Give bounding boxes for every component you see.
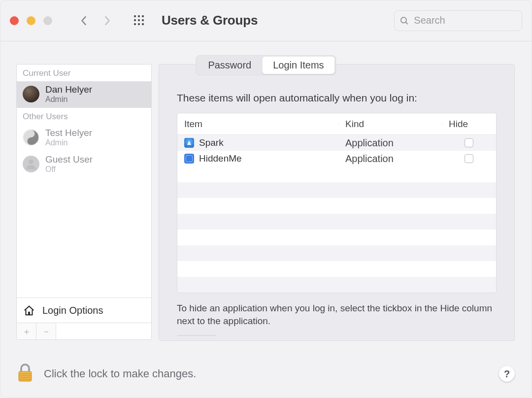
- svg-rect-6: [28, 312, 30, 315]
- login-items-panel: These items will open automatically when…: [159, 64, 515, 341]
- remove-user-button[interactable]: －: [36, 323, 56, 339]
- login-options-button[interactable]: Login Options: [17, 298, 151, 323]
- person-icon: [25, 158, 37, 170]
- current-user-section-label: Current User: [17, 65, 151, 81]
- lock-button[interactable]: [16, 363, 34, 385]
- search-icon: [399, 15, 409, 26]
- svg-line-1: [406, 22, 408, 24]
- login-items-table: Item Kind Hide Spark Application Hidde: [177, 113, 497, 293]
- tab-login-items[interactable]: Login Items: [262, 57, 334, 74]
- sidebar-add-remove: ＋ －: [17, 323, 151, 339]
- app-icon: [184, 138, 194, 148]
- column-hide[interactable]: Hide: [442, 119, 496, 130]
- user-name: Test Helyer: [45, 128, 92, 138]
- show-all-button[interactable]: [134, 15, 145, 26]
- search-field[interactable]: [394, 10, 522, 31]
- nav-arrows: [79, 16, 112, 26]
- table-row[interactable]: Spark Application: [177, 135, 496, 151]
- sidebar-item-guest-user[interactable]: Guest User Off: [17, 151, 151, 178]
- search-input[interactable]: [414, 15, 517, 26]
- window-controls: [10, 16, 52, 25]
- panel-intro: These items will open automatically when…: [177, 92, 497, 104]
- app-kind: Application: [338, 137, 442, 149]
- sidebar-item-other-user[interactable]: Test Helyer Admin: [17, 125, 151, 151]
- svg-point-5: [29, 159, 33, 164]
- empty-rows: [177, 166, 496, 293]
- hide-checkbox[interactable]: [465, 138, 473, 147]
- user-role: Off: [45, 165, 93, 174]
- lock-icon: [16, 363, 34, 383]
- add-user-button[interactable]: ＋: [17, 323, 36, 339]
- page-title: Users & Groups: [162, 13, 258, 28]
- user-name: Guest User: [45, 154, 93, 165]
- app-kind: Application: [338, 153, 442, 165]
- help-button[interactable]: ?: [499, 366, 515, 382]
- content: Password Login Items Current User Dan He…: [0, 41, 532, 398]
- column-kind[interactable]: Kind: [338, 119, 442, 130]
- chevron-right-icon: [104, 15, 111, 26]
- login-items-add-remove: + −: [177, 335, 216, 336]
- preferences-window: Users & Groups Password Login Items Curr…: [0, 0, 532, 398]
- user-name: Dan Helyer: [45, 84, 92, 95]
- chevron-left-icon: [80, 15, 87, 26]
- users-sidebar: Current User Dan Helyer Admin Other User…: [16, 64, 152, 340]
- zoom-window-button[interactable]: [43, 16, 52, 25]
- svg-point-0: [401, 17, 406, 23]
- login-options-label: Login Options: [42, 305, 103, 316]
- app-name: Spark: [199, 137, 224, 148]
- other-users-section-label: Other Users: [17, 108, 151, 125]
- table-header: Item Kind Hide: [177, 113, 496, 135]
- user-role: Admin: [45, 138, 92, 147]
- user-role: Admin: [45, 95, 92, 104]
- lock-hint-text: Click the lock to make changes.: [44, 367, 196, 380]
- sidebar-item-current-user[interactable]: Dan Helyer Admin: [17, 81, 151, 108]
- close-window-button[interactable]: [10, 16, 19, 25]
- back-button[interactable]: [79, 16, 89, 26]
- toolbar: Users & Groups: [0, 0, 532, 41]
- panel-hint: To hide an application when you log in, …: [177, 302, 497, 327]
- tabstrip: Password Login Items: [196, 55, 336, 75]
- app-icon: [184, 154, 194, 164]
- hide-checkbox[interactable]: [465, 154, 473, 163]
- avatar: [23, 86, 39, 102]
- svg-point-4: [30, 140, 33, 142]
- avatar: [23, 156, 39, 172]
- table-row[interactable]: HiddenMe Application: [177, 151, 496, 166]
- minimize-window-button[interactable]: [27, 16, 35, 25]
- yinyang-icon: [23, 129, 39, 146]
- column-item[interactable]: Item: [177, 119, 338, 130]
- svg-point-3: [30, 133, 33, 135]
- avatar: [23, 129, 39, 146]
- house-icon: [23, 304, 35, 317]
- tab-password[interactable]: Password: [197, 57, 262, 74]
- footer: Click the lock to make changes. ?: [16, 363, 515, 385]
- app-name: HiddenMe: [199, 153, 242, 164]
- forward-button[interactable]: [102, 16, 112, 26]
